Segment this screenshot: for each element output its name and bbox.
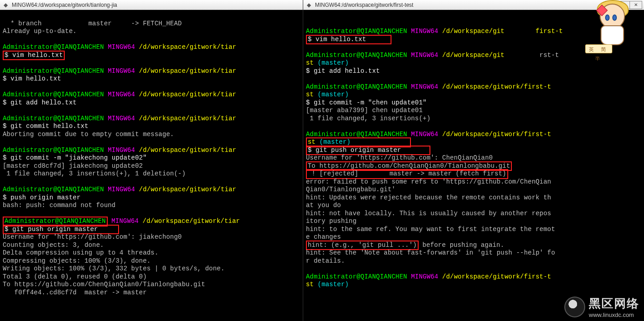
out-line: Username for 'https://github.com': jiake…: [3, 233, 182, 241]
prompt-user: Administrator@QIANQIANCHEN: [3, 186, 104, 193]
titlebar-right[interactable]: ◆ MINGW64:/d/workspace/gitwork/first-tes…: [303, 0, 644, 10]
prompt-host: MINGW64: [108, 67, 135, 75]
terminal-output-left[interactable]: * branch master -> FETCH_HEAD Already up…: [0, 10, 303, 321]
cmd-line: $ git commit -m "chen update01": [306, 99, 427, 106]
out-line: hint: to the same ref. You may want to f…: [306, 226, 555, 233]
prompt-host: MINGW64: [108, 91, 135, 98]
out-line: r details.: [306, 257, 345, 264]
prompt-path-wrap: st: [306, 281, 318, 288]
prompt-path: /d/workspace/gitwork/first-t: [442, 83, 551, 90]
prompt-path: /d/workspace/gitwork/tiar: [139, 43, 236, 51]
prompt-host: MINGW64: [411, 28, 438, 35]
cmd-line: $ git push origin master: [5, 226, 98, 233]
out-line: To https://github.com/ChenQianQian0/Tian…: [308, 162, 510, 170]
prompt-path: /d/workspace/git: [442, 52, 505, 59]
prompt-user: Administrator@QIANQIANCHEN: [306, 52, 407, 59]
prompt-host: MINGW64: [411, 131, 438, 138]
prompt-path: first-t: [536, 28, 563, 35]
prompt-user: Administrator@QIANQIANCHEN: [306, 28, 407, 35]
out-line: Total 3 (delta 0), reused 0 (delta 0): [3, 273, 147, 280]
prompt-user: Administrator@QIANQIANCHEN: [3, 67, 104, 75]
prompt-user: Administrator@QIANQIANCHEN: [3, 115, 104, 122]
prompt-host: MINGW64: [108, 115, 135, 122]
terminal-pane-right: ◆ MINGW64:/d/workspace/gitwork/first-tes…: [303, 0, 644, 321]
cmd-line: $ git commit -m "jiakechong update02": [3, 154, 147, 161]
prompt-host: MINGW64: [411, 52, 438, 59]
close-button[interactable]: ✕: [630, 1, 642, 9]
window-title: MINGW64:/d/workspace/gitwork/first-test: [315, 2, 413, 8]
prompt-host: MINGW64: [411, 83, 438, 90]
cmd-line: $ git push origin master: [308, 146, 401, 154]
out-line: Aborting commit due to empty commit mess…: [3, 131, 174, 138]
out-line: Already up-to-date.: [3, 28, 76, 35]
prompt-path: /d/workspace/gitwork/first-t: [442, 273, 551, 280]
prompt-host: MINGW64: [108, 146, 135, 154]
prompt-branch: (master): [318, 59, 349, 66]
prompt-branch: (master): [320, 138, 351, 146]
cmd-line: $ git commit hello.txt: [3, 123, 88, 130]
cmd-line: $ push origin master: [3, 194, 81, 201]
out-line: before pushing again.: [419, 241, 504, 249]
prompt-path: /d/workspace/gitwork/tiar: [139, 146, 236, 154]
cmd-line: $ vim hello.txt: [5, 52, 63, 59]
app-icon: ◆: [2, 1, 9, 9]
out-line: Username for 'https://github.com': ChenQ…: [306, 154, 493, 161]
out-line: hint: Updates were rejected because the …: [306, 194, 551, 201]
out-line: hint: (e.g., 'git pull ...'): [308, 241, 417, 249]
prompt-path: /d/workspace/git: [442, 28, 505, 35]
app-icon: ◆: [305, 1, 312, 9]
prompt-user: Administrator@QIANQIANCHEN: [306, 131, 407, 138]
prompt-user: Administrator@QIANQIANCHEN: [306, 273, 407, 280]
prompt-path-wrap: st: [306, 59, 318, 66]
out-line: Delta compression using up to 4 threads.: [3, 249, 158, 256]
prompt-path: /d/workspace/gitwork/tiar: [139, 115, 236, 122]
highlight-box: hint: (e.g., 'git pull ...'): [306, 241, 419, 250]
out-line: Writing objects: 100% (3/3), 332 bytes |…: [3, 265, 224, 272]
prompt-path-wrap: st: [308, 138, 320, 146]
cmd-line: $ vim hello.txt: [3, 75, 61, 82]
prompt-branch: (master): [318, 281, 349, 288]
out-line: error: failed to push some refs to 'http…: [306, 178, 551, 185]
prompt-path: /d/workspace/gitwork/tiar: [139, 186, 236, 193]
out-line: f0ff4e4..cd8cf7d master -> master: [3, 289, 147, 296]
prompt-user: Administrator@QIANQIANCHEN: [3, 43, 104, 51]
maximize-button[interactable]: ▢: [617, 1, 630, 9]
window-title: MINGW64:/d/workspace/gitwork/tianlong-ji…: [12, 2, 117, 8]
minimize-button[interactable]: —: [605, 1, 618, 9]
out-line: hint: not have locally. This is usually …: [306, 210, 551, 217]
terminal-pane-left: ◆ MINGW64:/d/workspace/gitwork/tianlong-…: [0, 0, 303, 321]
out-line: Counting objects: 3, done.: [3, 241, 104, 249]
cmd-line: $ vim hello.txt: [308, 36, 366, 43]
prompt-user: Administrator@QIANQIANCHEN: [306, 83, 407, 90]
out-line: ! [rejected] master -> master (fetch fir…: [308, 170, 506, 177]
terminal-output-right[interactable]: Administrator@QIANQIANCHEN MINGW64 /d/wo…: [303, 10, 644, 321]
window-controls: — ▢ ✕: [606, 1, 642, 9]
highlight-box: $ vim hello.txt: [306, 35, 391, 45]
out-line: [master cd8cf7d] jiakechong update02: [3, 162, 143, 170]
out-line: bash: push: command not found: [3, 202, 115, 209]
titlebar-left[interactable]: ◆ MINGW64:/d/workspace/gitwork/tianlong-…: [0, 0, 303, 10]
out-line: e changes: [306, 233, 341, 241]
prompt-host: MINGW64: [108, 43, 135, 51]
cmd-line: $ git add hello.txt: [3, 99, 76, 106]
prompt-path-wrap: st: [306, 91, 318, 98]
out-line: 1 file changed, 3 insertions(+): [306, 115, 430, 122]
prompt-path: /d/workspace/gitwork/tiar: [143, 217, 240, 225]
highlight-box: $ vim hello.txt: [3, 51, 65, 61]
prompt-path: /d/workspace/gitwork/first-t: [442, 131, 551, 138]
out-line: hint: See the 'Note about fast-forwards'…: [306, 249, 555, 256]
out-line: 1 file changed, 3 insertions(+), 1 delet…: [3, 170, 186, 177]
out-line: Compressing objects: 100% (3/3), done.: [3, 257, 151, 264]
out-line: [master aba7399] chen update01: [306, 107, 423, 114]
out-line: * branch master -> FETCH_HEAD: [3, 20, 182, 27]
prompt-path: /d/workspace/gitwork/tiar: [139, 91, 236, 98]
out-line: To https://github.com/ChenQianQian0/Tian…: [3, 281, 205, 288]
highlight-box: $ git push origin master: [306, 146, 430, 156]
prompt-branch: (master): [318, 91, 349, 98]
out-line: Qian0/Tianlongbabu.git': [306, 186, 396, 193]
out-line: itory pushing: [306, 217, 357, 225]
prompt-path: /d/workspace/gitwork/tiar: [139, 67, 236, 75]
prompt-host: MINGW64: [111, 217, 138, 225]
highlight-box: $ git push origin master: [3, 225, 119, 235]
prompt-user: Administrator@QIANQIANCHEN: [5, 217, 106, 225]
